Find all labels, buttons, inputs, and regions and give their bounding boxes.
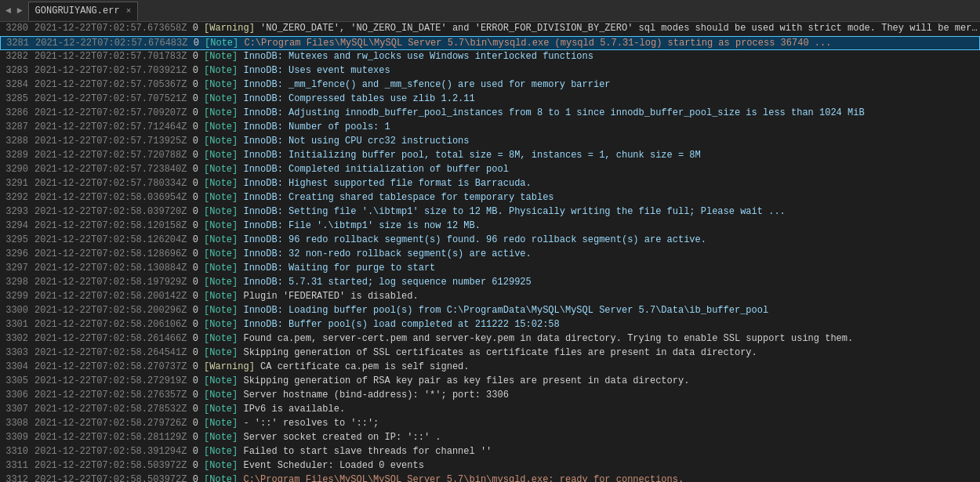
line-number: 3281 <box>1 38 35 49</box>
line-content: 2021-12-22T07:02:58.126204Z 0 [Note] Inn… <box>34 234 980 245</box>
line-content: 2021-12-22T07:02:58.276357Z 0 [Note] Ser… <box>34 390 980 400</box>
log-line: 32922021-12-22T07:02:58.036954Z 0 [Note]… <box>0 191 980 205</box>
line-number: 3282 <box>0 51 34 62</box>
line-number: 3293 <box>0 206 34 217</box>
line-content: 2021-12-22T07:02:58.197929Z 0 [Note] Inn… <box>34 277 980 288</box>
line-number: 3284 <box>0 79 34 90</box>
log-line: 33112021-12-22T07:02:58.503972Z 0 [Note]… <box>0 459 980 473</box>
log-line: 33022021-12-22T07:02:58.261466Z 0 [Note]… <box>0 332 980 346</box>
log-line: 33072021-12-22T07:02:58.278532Z 0 [Note]… <box>0 403 980 417</box>
line-content: 2021-12-22T07:02:58.206106Z 0 [Note] Inn… <box>34 319 980 330</box>
line-number: 3307 <box>0 404 34 415</box>
log-line: 32862021-12-22T07:02:57.709207Z 0 [Note]… <box>0 107 980 121</box>
log-line: 33032021-12-22T07:02:58.264541Z 0 [Note]… <box>0 346 980 361</box>
line-number: 3298 <box>0 277 34 288</box>
line-number: 3297 <box>0 263 34 274</box>
line-number: 3289 <box>0 150 34 161</box>
line-number: 3283 <box>0 65 34 76</box>
line-number: 3291 <box>0 178 34 189</box>
log-line: 33052021-12-22T07:02:58.272919Z 0 [Note]… <box>0 375 980 389</box>
line-number: 3305 <box>0 375 34 386</box>
log-line: 32832021-12-22T07:02:57.703921Z 0 [Note]… <box>0 64 980 78</box>
line-number: 3296 <box>0 248 34 259</box>
log-line: 32852021-12-22T07:02:57.707521Z 0 [Note]… <box>0 92 980 107</box>
line-content: 2021-12-22T07:02:57.709207Z 0 [Note] Inn… <box>34 107 980 118</box>
log-line: 32962021-12-22T07:02:58.128696Z 0 [Note]… <box>0 248 980 262</box>
log-line: 32872021-12-22T07:02:57.712464Z 0 [Note]… <box>0 121 980 135</box>
log-container[interactable]: 32802021-12-22T07:02:57.673658Z 0 [Warni… <box>0 22 980 482</box>
log-line: 33122021-12-22T07:02:58.503972Z 0 [Note]… <box>0 473 980 482</box>
line-content: 2021-12-22T07:02:57.703921Z 0 [Note] Inn… <box>34 65 980 76</box>
line-number: 3290 <box>0 164 34 175</box>
line-content: 2021-12-22T07:02:58.270737Z 0 [Warning] … <box>34 361 980 372</box>
log-line: 33082021-12-22T07:02:58.279726Z 0 [Note]… <box>0 417 980 431</box>
line-content: 2021-12-22T07:02:58.200142Z 0 [Note] Plu… <box>34 291 980 302</box>
line-number: 3302 <box>0 333 34 344</box>
nav-arrows[interactable]: ◄ ► <box>3 5 25 16</box>
line-content: 2021-12-22T07:02:58.281129Z 0 [Note] Ser… <box>34 432 980 443</box>
line-number: 3311 <box>0 460 34 471</box>
line-content: 2021-12-22T07:02:58.264541Z 0 [Note] Ski… <box>34 347 980 358</box>
line-number: 3303 <box>0 347 34 358</box>
log-line: 32842021-12-22T07:02:57.705367Z 0 [Note]… <box>0 78 980 92</box>
line-content: 2021-12-22T07:02:58.200296Z 0 [Note] Inn… <box>34 305 980 316</box>
line-number: 3300 <box>0 305 34 316</box>
line-number: 3308 <box>0 418 34 429</box>
line-content: 2021-12-22T07:02:58.503972Z 0 [Note] Eve… <box>34 460 980 471</box>
log-line: 32932021-12-22T07:02:58.039720Z 0 [Note]… <box>0 205 980 219</box>
line-number: 3312 <box>0 474 34 482</box>
log-line: 32942021-12-22T07:02:58.120158Z 0 [Note]… <box>0 219 980 234</box>
line-number: 3299 <box>0 291 34 302</box>
line-number: 3294 <box>0 220 34 231</box>
log-line: 33102021-12-22T07:02:58.391294Z 0 [Note]… <box>0 445 980 459</box>
log-line: 32892021-12-22T07:02:57.720788Z 0 [Note]… <box>0 149 980 163</box>
line-content: 2021-12-22T07:02:58.130884Z 0 [Note] Inn… <box>34 263 980 274</box>
log-line: 32902021-12-22T07:02:57.723840Z 0 [Note]… <box>0 163 980 177</box>
line-content: 2021-12-22T07:02:58.279726Z 0 [Note] - '… <box>34 418 980 429</box>
log-line: 33002021-12-22T07:02:58.200296Z 0 [Note]… <box>0 304 980 318</box>
line-content: 2021-12-22T07:02:58.036954Z 0 [Note] Inn… <box>34 192 980 203</box>
log-line: 32912021-12-22T07:02:57.780334Z 0 [Note]… <box>0 177 980 191</box>
log-line: 33012021-12-22T07:02:58.206106Z 0 [Note]… <box>0 318 980 332</box>
log-line: 32802021-12-22T07:02:57.673658Z 0 [Warni… <box>0 22 980 36</box>
line-number: 3286 <box>0 107 34 118</box>
line-content: 2021-12-22T07:02:57.705367Z 0 [Note] Inn… <box>34 79 980 90</box>
line-content: 2021-12-22T07:02:58.278532Z 0 [Note] IPv… <box>34 404 980 415</box>
line-content: 2021-12-22T07:02:57.701783Z 0 [Note] Inn… <box>34 51 980 62</box>
log-line: 33092021-12-22T07:02:58.281129Z 0 [Note]… <box>0 431 980 445</box>
line-number: 3295 <box>0 234 34 245</box>
tab-filename: GONGRUIYANG.err <box>35 5 120 16</box>
title-bar: ◄ ► GONGRUIYANG.err × <box>0 0 980 22</box>
line-content: 2021-12-22T07:02:57.780334Z 0 [Note] Inn… <box>34 178 980 189</box>
line-content: 2021-12-22T07:02:57.673658Z 0 [Warning] … <box>34 23 980 34</box>
line-content: 2021-12-22T07:02:58.272919Z 0 [Note] Ski… <box>34 375 980 386</box>
line-number: 3304 <box>0 361 34 372</box>
log-line: 32812021-12-22T07:02:57.676483Z 0 [Note]… <box>0 36 980 50</box>
file-tab[interactable]: GONGRUIYANG.err × <box>28 2 139 20</box>
line-content: 2021-12-22T07:02:57.720788Z 0 [Note] Inn… <box>34 150 980 161</box>
line-number: 3309 <box>0 432 34 443</box>
line-content: 2021-12-22T07:02:58.391294Z 0 [Note] Fai… <box>34 446 980 457</box>
log-line: 32982021-12-22T07:02:58.197929Z 0 [Note]… <box>0 276 980 290</box>
log-line: 32972021-12-22T07:02:58.130884Z 0 [Note]… <box>0 262 980 276</box>
log-line: 33062021-12-22T07:02:58.276357Z 0 [Note]… <box>0 389 980 403</box>
line-content: 2021-12-22T07:02:57.676483Z 0 [Note] C:\… <box>35 38 979 49</box>
line-content: 2021-12-22T07:02:58.120158Z 0 [Note] Inn… <box>34 220 980 231</box>
line-content: 2021-12-22T07:02:58.261466Z 0 [Note] Fou… <box>34 333 980 344</box>
log-line: 32882021-12-22T07:02:57.713925Z 0 [Note]… <box>0 135 980 149</box>
line-number: 3310 <box>0 446 34 457</box>
line-number: 3287 <box>0 121 34 132</box>
line-content: 2021-12-22T07:02:57.707521Z 0 [Note] Inn… <box>34 93 980 104</box>
line-number: 3285 <box>0 93 34 104</box>
log-line: 33042021-12-22T07:02:58.270737Z 0 [Warni… <box>0 361 980 375</box>
log-line: 32822021-12-22T07:02:57.701783Z 0 [Note]… <box>0 50 980 64</box>
line-number: 3292 <box>0 192 34 203</box>
tab-close-button[interactable]: × <box>126 6 132 16</box>
line-content: 2021-12-22T07:02:57.723840Z 0 [Note] Inn… <box>34 164 980 175</box>
log-line: 32992021-12-22T07:02:58.200142Z 0 [Note]… <box>0 290 980 304</box>
log-line: 32952021-12-22T07:02:58.126204Z 0 [Note]… <box>0 234 980 248</box>
line-content: 2021-12-22T07:02:57.712464Z 0 [Note] Inn… <box>34 121 980 132</box>
line-number: 3288 <box>0 136 34 147</box>
line-content: 2021-12-22T07:02:58.128696Z 0 [Note] Inn… <box>34 248 980 259</box>
line-number: 3306 <box>0 390 34 400</box>
